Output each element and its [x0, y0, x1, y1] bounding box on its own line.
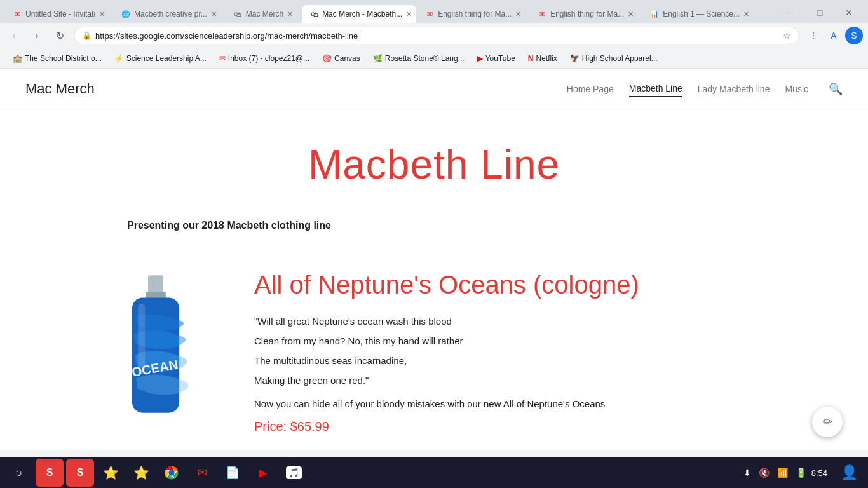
clock-time: 8:54 [811, 468, 827, 478]
tab-3-label: Mac Merch [246, 10, 283, 18]
site-logo: Mac Merch [25, 81, 567, 97]
product-quote: "Will all great Neptune's ocean wash thi… [254, 313, 766, 389]
page-title-section: Macbeth Line [0, 109, 868, 207]
tab-7[interactable]: 📊 English 1 — Science... ✕ [642, 5, 757, 23]
page-content: Mac Merch Home Page Macbeth Line Lady Ma… [0, 69, 868, 450]
tab-1-label: Untitled Site - Invitati [25, 10, 95, 18]
bookmark-canvas[interactable]: 🎯 Canvas [317, 53, 365, 64]
tab-4-close[interactable]: ✕ [406, 10, 412, 18]
bookmark-science-leadership[interactable]: ⚡ Science Leadership A... [109, 53, 212, 64]
tab-6-close[interactable]: ✕ [628, 10, 634, 18]
taskbar-schoology-button[interactable]: S [36, 459, 64, 487]
taskbar-youtube-button[interactable]: ▶ [249, 459, 277, 487]
minimize-button[interactable]: ─ [776, 3, 804, 23]
forward-button[interactable]: › [28, 27, 46, 44]
tab-6-label: English thing for Ma... [550, 10, 624, 18]
toolbar-icons: ⋮ A S [804, 27, 863, 44]
volume-icon[interactable]: 🔇 [756, 465, 772, 480]
download-icon[interactable]: ⬇ [741, 465, 754, 480]
bookmark-apparel-label: High School Apparel... [582, 54, 658, 63]
refresh-button[interactable]: ↻ [51, 27, 69, 44]
product-title: All of Neptune's Oceans (cologne) [254, 269, 766, 300]
taskbar-music-button[interactable]: 🎵 [280, 459, 308, 487]
bookmarks-bar: 🏫 The School District o... ⚡ Science Lea… [0, 48, 868, 69]
bookmark-youtube-label: YouTube [485, 54, 515, 63]
tab-5-close[interactable]: ✕ [515, 10, 521, 18]
bookmark-school-district[interactable]: 🏫 The School District o... [8, 53, 107, 64]
maximize-button[interactable]: □ [806, 3, 834, 23]
nav-lady-macbeth[interactable]: Lady Macbeth line [698, 81, 770, 97]
taskbar-chrome-button[interactable] [158, 459, 186, 487]
browser-frame: ✉ Untitled Site - Invitati ✕ 🌐 Macbeth c… [0, 0, 868, 488]
battery-icon[interactable]: 🔋 [793, 465, 809, 480]
bookmark-inbox[interactable]: ✉ Inbox (7) - clopez21@... [214, 53, 315, 64]
taskbar-user-avatar[interactable]: 👤 [835, 459, 863, 487]
bookmark-inbox-icon: ✉ [219, 54, 226, 63]
tab-3-close[interactable]: ✕ [287, 10, 293, 18]
nav-macbeth-line[interactable]: Macbeth Line [629, 81, 682, 97]
tab-1-close[interactable]: ✕ [99, 10, 105, 18]
extensions-icon[interactable]: ⋮ [804, 27, 822, 44]
quote-line-2: Clean from my hand? No, this my hand wil… [254, 332, 766, 349]
page-subtitle-text: Presenting our 2018 Macbeth clothing lin… [127, 220, 741, 231]
page-title: Macbeth Line [13, 141, 855, 188]
nav-music[interactable]: Music [785, 81, 808, 97]
translate-icon[interactable]: A [825, 27, 843, 44]
taskbar-star2-button[interactable]: ⭐ [127, 459, 155, 487]
bookmark-netflix[interactable]: N Netflix [523, 53, 562, 64]
window-controls: ─ □ ✕ [776, 3, 863, 23]
profile-icon[interactable]: S [845, 27, 863, 44]
bookmark-canvas-label: Canvas [334, 54, 360, 63]
tab-2-label: Macbeth creative pr... [134, 10, 207, 18]
back-button[interactable]: ‹ [5, 27, 23, 44]
edit-fab-button[interactable]: ✏ [812, 407, 843, 437]
bookmark-school-icon: 🏫 [13, 54, 22, 63]
taskbar-apps-button[interactable]: ○ [5, 459, 33, 487]
product-image: OCEAN [102, 269, 216, 437]
bookmark-star-icon[interactable]: ☆ [783, 30, 791, 41]
bookmark-youtube-icon: ▶ [477, 54, 483, 63]
bookmark-rosetta[interactable]: 🌿 Rosetta Stone® Lang... [368, 53, 470, 64]
tab-4-active[interactable]: 🛍 Mac Merch - Macbeth... ✕ [302, 5, 416, 23]
tab-5-favicon: ✉ [425, 10, 434, 18]
tab-2-close[interactable]: ✕ [211, 10, 217, 18]
bookmark-canvas-icon: 🎯 [322, 54, 332, 63]
wifi-icon[interactable]: 📶 [775, 465, 790, 480]
secure-lock-icon: 🔒 [82, 31, 92, 40]
taskbar: ○ S S ⭐ ⭐ ✉ 📄 ▶ 🎵 ⬇ 🔇 📶 [0, 458, 868, 488]
nav-search-icon[interactable]: 🔍 [829, 82, 843, 96]
tab-1[interactable]: ✉ Untitled Site - Invitati ✕ [5, 5, 112, 23]
quote-line-4: Making the green one red." [254, 372, 766, 389]
taskbar-docs-button[interactable]: 📄 [219, 459, 247, 487]
url-bar[interactable]: 🔒 https://sites.google.com/scienceleader… [74, 27, 799, 44]
bookmark-science-icon: ⚡ [114, 54, 124, 63]
tab-7-close[interactable]: ✕ [743, 10, 749, 18]
tab-3[interactable]: 🛍 Mac Merch ✕ [226, 5, 301, 23]
tab-1-favicon: ✉ [13, 10, 22, 18]
tab-6[interactable]: ✉ English thing for Ma... ✕ [530, 5, 641, 23]
bookmark-highschool-apparel[interactable]: 🦅 High School Apparel... [565, 53, 663, 64]
bookmark-youtube[interactable]: ▶ YouTube [472, 53, 520, 64]
taskbar-schoology2-button[interactable]: S [66, 459, 94, 487]
product-description: Now you can hide all of your bloody mist… [254, 396, 766, 412]
tab-6-favicon: ✉ [538, 10, 546, 18]
close-button[interactable]: ✕ [835, 3, 863, 23]
nav-home-page[interactable]: Home Page [567, 81, 614, 97]
tab-bar: ✉ Untitled Site - Invitati ✕ 🌐 Macbeth c… [0, 0, 868, 23]
taskbar-time: 8:54 [811, 468, 832, 478]
site-nav: Home Page Macbeth Line Lady Macbeth line… [567, 81, 843, 97]
bookmark-netflix-label: Netflix [536, 54, 557, 63]
taskbar-gmail-button[interactable]: ✉ [188, 459, 216, 487]
tab-2[interactable]: 🌐 Macbeth creative pr... ✕ [114, 5, 224, 23]
taskbar-star1-button[interactable]: ⭐ [97, 459, 125, 487]
page-subtitle: Presenting our 2018 Macbeth clothing lin… [0, 207, 868, 257]
tab-5[interactable]: ✉ English thing for Ma... ✕ [417, 5, 529, 23]
quote-line-1: "Will all great Neptune's ocean wash thi… [254, 313, 766, 330]
tab-4-favicon: 🛍 [309, 10, 318, 18]
svg-rect-4 [138, 304, 145, 374]
cologne-bottle-svg: OCEAN [102, 269, 210, 435]
bookmark-rosetta-icon: 🌿 [373, 54, 383, 63]
taskbar-system-icons: ⬇ 🔇 📶 🔋 [741, 465, 809, 480]
svg-point-7 [169, 470, 175, 476]
url-text: https://sites.google.com/scienceleadersh… [95, 31, 779, 41]
